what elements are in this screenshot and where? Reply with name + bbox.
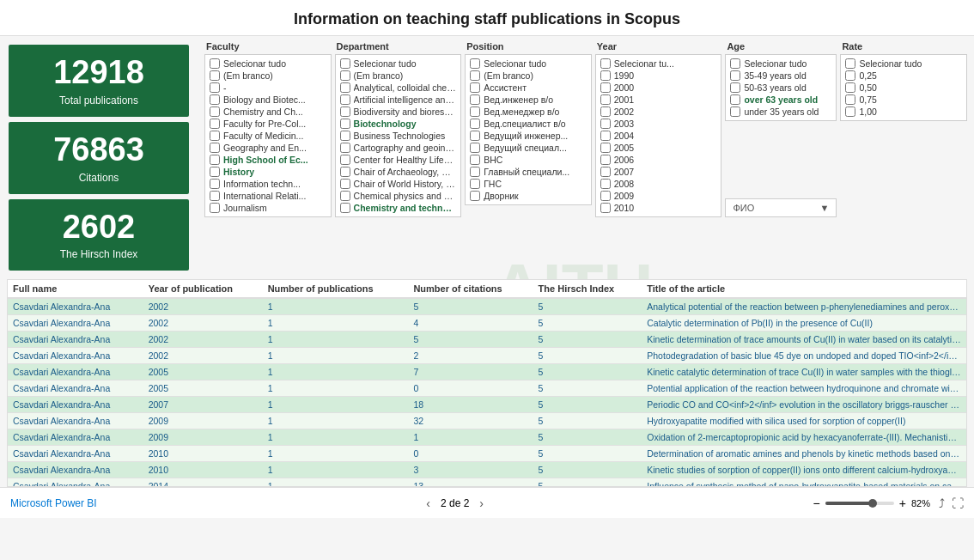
position-list[interactable]: Selecionar tudo(Em branco)АссистентВед.и… bbox=[465, 54, 592, 205]
filter-item[interactable]: (Em branco) bbox=[338, 70, 459, 82]
zoom-minus-icon[interactable]: − bbox=[813, 496, 820, 510]
filter-item[interactable]: Selecionar tudo bbox=[728, 58, 833, 70]
filter-item[interactable]: 2003 bbox=[599, 118, 719, 130]
table-wrapper[interactable]: Full name Year of publication Number of … bbox=[8, 280, 966, 486]
filter-item[interactable]: (Em branco) bbox=[468, 70, 588, 82]
filter-item[interactable]: Ведущий специал... bbox=[468, 142, 588, 154]
year-list[interactable]: Selecionar tu...199020002001200220032004… bbox=[595, 54, 722, 217]
filter-item[interactable]: 2008 bbox=[599, 178, 719, 190]
department-list[interactable]: Selecionar tudo(Em branco)Analytical, co… bbox=[335, 54, 462, 217]
col-fullname: Full name bbox=[8, 280, 143, 298]
page-indicator: 2 de 2 bbox=[441, 497, 469, 509]
table-row[interactable]: Csavdari Alexandra-Ana20071185Periodic C… bbox=[8, 397, 966, 413]
filter-item[interactable]: 2005 bbox=[599, 142, 719, 154]
filter-item[interactable]: 1,00 bbox=[843, 106, 964, 118]
publications-kpi: 12918 Total publications bbox=[9, 45, 189, 117]
filter-item[interactable]: Selecionar tu... bbox=[599, 58, 719, 70]
rate-list[interactable]: Selecionar tudo0,250,500,751,00 bbox=[840, 54, 967, 121]
filter-item[interactable]: over 63 years old bbox=[728, 94, 833, 106]
fio-dropdown[interactable]: ФИО ▼ bbox=[725, 198, 837, 217]
share-icon[interactable]: ⤴ bbox=[939, 496, 945, 510]
filter-item[interactable]: Главный специали... bbox=[468, 166, 588, 178]
filter-item[interactable]: Faculty of Medicin... bbox=[208, 130, 328, 142]
filter-item[interactable]: Selecionar tudo bbox=[338, 58, 459, 70]
filter-item[interactable]: Chemistry and Ch... bbox=[208, 106, 328, 118]
filter-item[interactable]: 2002 bbox=[599, 106, 719, 118]
filter-item[interactable]: Center for Healthy Lifestyle... bbox=[338, 154, 459, 166]
filter-item[interactable]: Information techn... bbox=[208, 178, 328, 190]
filter-item[interactable]: Chemistry and technology ... bbox=[338, 202, 459, 214]
filter-item[interactable]: History bbox=[208, 166, 328, 178]
filter-item[interactable]: Дворник bbox=[468, 190, 588, 202]
filter-item[interactable]: Вед.инженер в/о bbox=[468, 94, 588, 106]
age-list[interactable]: Selecionar tudo35-49 years old50-63 year… bbox=[725, 54, 837, 121]
filter-item[interactable]: Chair of World History, His... bbox=[338, 178, 459, 190]
filter-item[interactable]: Chemical physics and mate... bbox=[338, 190, 459, 202]
filter-item[interactable]: 0,50 bbox=[843, 82, 964, 94]
page-title: Information on teaching staff publicatio… bbox=[0, 10, 974, 28]
zoom-plus-icon[interactable]: + bbox=[899, 496, 906, 510]
table-row[interactable]: Csavdari Alexandra-Ana20091325Hydroxyapa… bbox=[8, 413, 966, 429]
filter-item[interactable]: 0,25 bbox=[843, 70, 964, 82]
filter-item[interactable]: High School of Ec... bbox=[208, 154, 328, 166]
filter-item[interactable]: 1990 bbox=[599, 70, 719, 82]
table-header: Full name Year of publication Number of … bbox=[8, 280, 966, 298]
table-row[interactable]: Csavdari Alexandra-Ana2010105Determinati… bbox=[8, 446, 966, 462]
filter-item[interactable]: ГНС bbox=[468, 178, 588, 190]
faculty-list[interactable]: Selecionar tudo(Em branco)-Biology and B… bbox=[204, 54, 332, 217]
filter-item[interactable]: Faculty for Pre-Col... bbox=[208, 118, 328, 130]
filter-item[interactable]: 2007 bbox=[599, 166, 719, 178]
filter-item[interactable]: Selecionar tudo bbox=[208, 58, 328, 70]
filter-item[interactable]: Analytical, colloidal chemis... bbox=[338, 82, 459, 94]
filter-item[interactable]: (Em branco) bbox=[208, 70, 328, 82]
filter-item[interactable]: Ассистент bbox=[468, 82, 588, 94]
table-row[interactable]: Csavdari Alexandra-Ana20141135Influence … bbox=[8, 478, 966, 487]
filter-item[interactable]: 50-63 years old bbox=[728, 82, 833, 94]
table-row[interactable]: Csavdari Alexandra-Ana2009115Oxidation o… bbox=[8, 429, 966, 446]
col-year: Year of publication bbox=[143, 280, 263, 298]
filter-item[interactable]: Geography and En... bbox=[208, 142, 328, 154]
filter-item[interactable]: 2009 bbox=[599, 190, 719, 202]
filter-item[interactable]: Business Technologies bbox=[338, 130, 459, 142]
filter-item[interactable]: Biology and Biotec... bbox=[208, 94, 328, 106]
filter-item[interactable]: Вед.менеджер в/о bbox=[468, 106, 588, 118]
table-row[interactable]: Csavdari Alexandra-Ana2002125Photodegrad… bbox=[8, 348, 966, 364]
table-row[interactable]: Csavdari Alexandra-Ana2002155Kinetic det… bbox=[8, 332, 966, 348]
filter-item[interactable]: 2006 bbox=[599, 154, 719, 166]
filter-item[interactable]: Ведущий инженер... bbox=[468, 130, 588, 142]
position-label: Position bbox=[465, 41, 592, 52]
table-row[interactable]: Csavdari Alexandra-Ana2005175Kinetic cat… bbox=[8, 364, 966, 380]
powerbi-link[interactable]: Microsoft Power BI bbox=[10, 497, 97, 509]
department-filter: Department Selecionar tudo(Em branco)Ana… bbox=[335, 41, 462, 217]
table-row[interactable]: Csavdari Alexandra-Ana2010135Kinetic stu… bbox=[8, 462, 966, 478]
fio-label: ФИО bbox=[733, 203, 754, 213]
filter-item[interactable]: Artificial intelligence and bi... bbox=[338, 94, 459, 106]
fullscreen-icon[interactable]: ⛶ bbox=[952, 496, 964, 510]
table-row[interactable]: Csavdari Alexandra-Ana2002145Catalytic d… bbox=[8, 315, 966, 332]
filter-item[interactable]: ВНС bbox=[468, 154, 588, 166]
filter-item[interactable]: International Relati... bbox=[208, 190, 328, 202]
filter-item[interactable]: 0,75 bbox=[843, 94, 964, 106]
filter-item[interactable]: Вед.специалист в/о bbox=[468, 118, 588, 130]
filter-item[interactable]: Selecionar tudo bbox=[843, 58, 964, 70]
filter-item[interactable]: 2001 bbox=[599, 94, 719, 106]
bottom-icons: ⤴ ⛶ bbox=[939, 496, 964, 510]
filter-item[interactable]: 2010 bbox=[599, 202, 719, 214]
table-row[interactable]: Csavdari Alexandra-Ana2005105Potential a… bbox=[8, 380, 966, 397]
next-page-button[interactable]: › bbox=[476, 495, 487, 512]
publications-value: 12918 bbox=[15, 55, 182, 91]
filter-item[interactable]: 35-49 years old bbox=[728, 70, 833, 82]
filter-item[interactable]: Journalism bbox=[208, 202, 328, 214]
filter-item[interactable]: - bbox=[208, 82, 328, 94]
year-label: Year bbox=[595, 41, 722, 52]
filter-item[interactable]: Biotechnology bbox=[338, 118, 459, 130]
prev-page-button[interactable]: ‹ bbox=[423, 495, 434, 512]
filter-item[interactable]: Selecionar tudo bbox=[468, 58, 588, 70]
filter-item[interactable]: under 35 years old bbox=[728, 106, 833, 118]
filter-item[interactable]: Biodiversity and bioresourc... bbox=[338, 106, 459, 118]
table-row[interactable]: Csavdari Alexandra-Ana2002155Analytical … bbox=[8, 298, 966, 315]
filter-item[interactable]: 2000 bbox=[599, 82, 719, 94]
filter-item[interactable]: Chair of Archaeology, Ethn... bbox=[338, 166, 459, 178]
filter-item[interactable]: 2004 bbox=[599, 130, 719, 142]
filter-item[interactable]: Cartography and geoinfor... bbox=[338, 142, 459, 154]
